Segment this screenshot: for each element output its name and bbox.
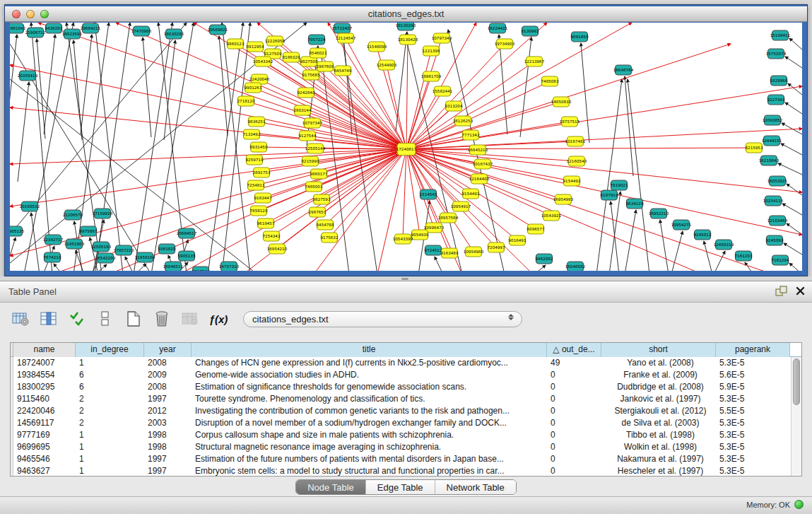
table-cell[interactable]: 1: [76, 429, 144, 441]
graph-node-yellow[interactable]: 12160540: [567, 156, 587, 166]
delete-column-icon[interactable]: [153, 310, 171, 328]
table-cell[interactable]: 9777169: [13, 429, 76, 441]
graph-node-yellow[interactable]: 12164408: [469, 174, 490, 184]
graph-node-teal[interactable]: 18030295: [164, 29, 184, 39]
table-cell[interactable]: 14569117: [13, 417, 76, 429]
table-cell[interactable]: Estimation of significance thresholds fo…: [192, 381, 547, 393]
graph-node-teal[interactable]: 17957223: [114, 245, 134, 255]
graph-node-teal[interactable]: 16053921: [767, 176, 788, 186]
graph-node-teal[interactable]: 16952210: [649, 209, 669, 218]
graph-node-teal[interactable]: 7919021: [611, 180, 628, 190]
graph-node-teal[interactable]: 20684517: [177, 228, 197, 238]
table-cell[interactable]: Changes of HCN gene expression and I(f) …: [192, 357, 547, 369]
table-cell[interactable]: Estimation of the future numbers of pati…: [192, 453, 547, 465]
graph-node-yellow[interactable]: 9860123: [227, 39, 245, 49]
table-cell[interactable]: Genome-wide association studies in ADHD.: [192, 369, 547, 381]
graph-node-yellow[interactable]: 11548098: [367, 42, 387, 52]
graph-node-teal[interactable]: 9975887: [80, 226, 98, 236]
table-cell[interactable]: 18724007: [13, 357, 76, 369]
graph-node-teal[interactable]: 1514545: [420, 189, 437, 199]
graph-node-yellow[interactable]: 15582441: [433, 86, 453, 96]
graph-node-yellow[interactable]: 9836251: [248, 117, 266, 127]
graph-node-yellow[interactable]: 18957584: [438, 213, 459, 223]
column-header-0[interactable]: name: [13, 343, 76, 357]
graph-node-yellow[interactable]: 2718120: [237, 96, 255, 106]
graph-node-yellow[interactable]: 8912954: [247, 42, 264, 52]
table-cell[interactable]: 1: [76, 441, 144, 453]
graph-node-teal[interactable]: 7161294: [772, 255, 789, 265]
graph-node-yellow[interactable]: 7858120: [250, 206, 268, 216]
graph-node-teal[interactable]: 19569821: [208, 25, 228, 35]
graph-node-teal[interactable]: 12450319: [714, 240, 734, 250]
graph-node-teal[interactable]: 17159928: [93, 209, 113, 218]
function-builder-icon[interactable]: ƒ(x): [209, 310, 228, 328]
graph-node-yellow[interactable]: 9259719: [246, 155, 264, 165]
table-cell[interactable]: 9699695: [13, 441, 76, 453]
table-cell[interactable]: 2003: [144, 417, 192, 429]
table-cell[interactable]: 5.3E-5: [716, 417, 790, 429]
table-cell[interactable]: 19384554: [13, 369, 76, 381]
graph-node-yellow[interactable]: 7485001: [305, 182, 323, 192]
graph-node-yellow[interactable]: 2967608: [317, 62, 334, 71]
graph-node-yellow[interactable]: 8454788: [317, 220, 334, 230]
table-row[interactable]: 946362711997Embryonic stem cells: a mode…: [11, 465, 801, 477]
table-cell[interactable]: Stergiakouli et al. (2012): [601, 405, 716, 417]
table-body[interactable]: 1872400712008Changes of HCN gene express…: [11, 357, 801, 477]
graph-node-yellow[interactable]: 10797349: [432, 33, 452, 43]
graph-node-yellow[interactable]: 10543399: [393, 234, 413, 244]
table-row[interactable]: 1872400712008Changes of HCN gene express…: [11, 357, 801, 369]
tab-network-table[interactable]: Network Table: [435, 480, 516, 494]
graph-node-teal[interactable]: 12505193: [91, 242, 112, 252]
graph-node-yellow[interactable]: 2803144: [294, 105, 312, 115]
close-panel-icon[interactable]: [796, 286, 805, 296]
table-cell[interactable]: 6: [76, 369, 144, 381]
table-cell[interactable]: 1997: [144, 465, 192, 477]
graph-node-yellow[interactable]: 9154491: [462, 189, 480, 199]
graph-node-teal[interactable]: 16648784: [613, 65, 634, 75]
graph-node-yellow[interactable]: 2967651: [309, 207, 326, 217]
table-cell[interactable]: 0: [547, 429, 601, 441]
table-cell[interactable]: 1998: [144, 441, 192, 453]
graph-node-yellow[interactable]: 9860177: [310, 169, 328, 179]
graph-node-yellow[interactable]: 12213967: [524, 57, 545, 66]
table-cell[interactable]: 2: [76, 417, 144, 429]
table-cell[interactable]: de Silva et al. (2003): [601, 417, 716, 429]
table-cell[interactable]: Franke et al. (2009): [601, 369, 716, 381]
graph-node-yellow[interactable]: 19734903: [495, 39, 515, 49]
table-vertical-scrollbar[interactable]: [791, 357, 801, 476]
graph-node-teal[interactable]: 17470906: [131, 26, 152, 36]
graph-node-yellow[interactable]: 10167481: [565, 136, 586, 146]
table-cell[interactable]: 49: [547, 357, 601, 369]
table-cell[interactable]: 9115460: [13, 393, 76, 405]
graph-node-teal[interactable]: 9634129: [626, 199, 644, 209]
graph-node-teal[interactable]: 11958104: [135, 252, 155, 262]
graph-node-teal[interactable]: 21206570: [63, 210, 83, 220]
table-selector-dropdown[interactable]: citations_edges.txt: [243, 311, 522, 327]
graph-node-yellow[interactable]: 7485083: [541, 76, 559, 86]
table-cell[interactable]: Corpus callosum shape and size in male p…: [192, 429, 547, 441]
graph-node-teal[interactable]: 21906712: [25, 28, 45, 37]
graph-node-yellow[interactable]: 7133492: [243, 129, 261, 139]
graph-node-yellow[interactable]: 2891753: [253, 168, 271, 177]
graph-node-teal[interactable]: 11451903: [64, 239, 85, 249]
table-cell[interactable]: 2008: [144, 381, 192, 393]
table-cell[interactable]: 0: [547, 393, 601, 405]
table-row[interactable]: 969969511998Structural magnetic resonanc…: [11, 441, 801, 453]
graph-node-teal[interactable]: 12342717: [43, 235, 64, 245]
graph-node-teal[interactable]: 12093852: [763, 115, 782, 125]
graph-node-teal[interactable]: 16224421: [488, 23, 508, 33]
table-cell[interactable]: Disruption of a novel member of a sodium…: [192, 417, 547, 429]
table-cell[interactable]: 5.3E-5: [716, 453, 790, 465]
graph-node-yellow[interactable]: 9175685: [302, 70, 320, 80]
graph-node-yellow[interactable]: 10954917: [451, 201, 471, 211]
graph-node-teal[interactable]: 12444151: [762, 136, 782, 146]
graph-node-yellow[interactable]: 10167437: [473, 159, 493, 169]
table-cell[interactable]: 5.3E-5: [716, 393, 790, 405]
table-cell[interactable]: Wolkin et al. (1998): [601, 441, 716, 453]
table-cell[interactable]: 1: [76, 357, 144, 369]
graph-node-teal[interactable]: 12103468: [767, 216, 788, 226]
table-cell[interactable]: 0: [547, 369, 601, 381]
table-cell[interactable]: Embryonic stem cells: a model to study s…: [192, 465, 547, 477]
graph-node-teal[interactable]: 20160532: [20, 201, 40, 211]
table-cell[interactable]: Structural magnetic resonance image aver…: [192, 441, 547, 453]
